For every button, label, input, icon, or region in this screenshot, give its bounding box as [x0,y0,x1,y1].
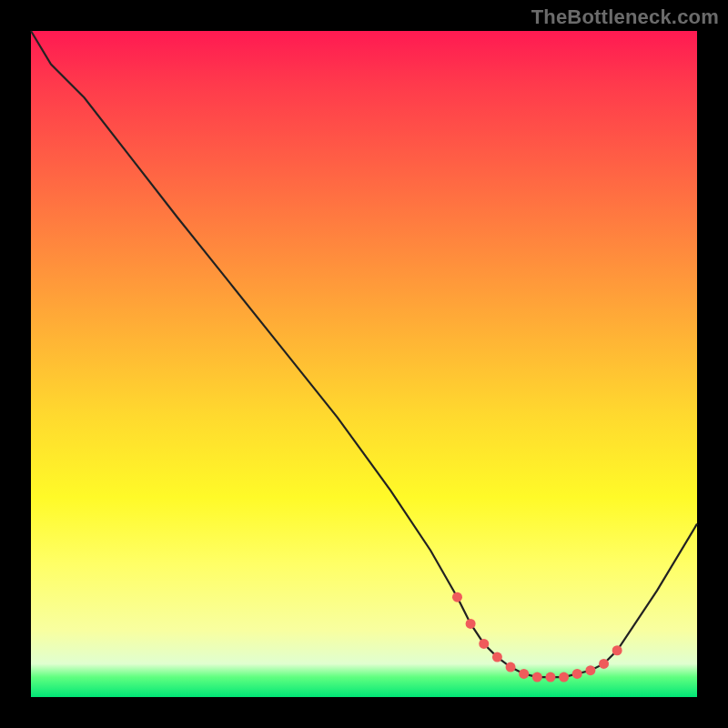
optimal-dot [452,592,462,602]
optimal-dot [532,672,542,682]
optimal-dot [585,665,595,675]
optimal-dot [572,669,582,679]
optimal-dot [599,659,609,669]
optimal-dot [612,645,622,655]
optimal-dot [506,662,516,672]
optimal-dot [545,672,555,682]
optimal-dot [479,639,489,649]
bottleneck-curve [31,31,697,677]
plot-area [31,31,697,697]
chart-svg [31,31,697,697]
optimal-zone-dots [452,592,622,682]
optimal-dot [492,652,502,662]
chart-container: TheBottleneck.com [0,0,728,728]
optimal-dot [519,669,529,679]
optimal-dot [559,672,569,682]
optimal-dot [466,619,476,629]
watermark-text: TheBottleneck.com [531,5,719,29]
